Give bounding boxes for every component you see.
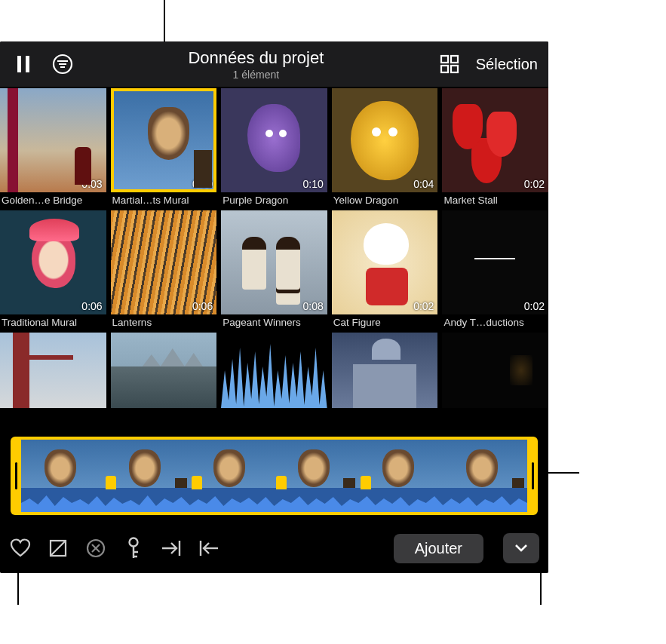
top-bar: Données du projet 1 élément Sélection bbox=[0, 41, 548, 87]
clip-thumbnail[interactable] bbox=[442, 333, 548, 408]
clip-label: Purple Dragon bbox=[221, 192, 327, 206]
svg-line-11 bbox=[51, 541, 66, 556]
svg-rect-6 bbox=[441, 56, 448, 63]
clip-label: Cat Figure bbox=[332, 314, 438, 328]
clip-item[interactable]: 0:10Purple Dragon bbox=[221, 88, 327, 206]
clip-label: Martial…ts Mural bbox=[111, 192, 217, 206]
clip-duration: 0:09 bbox=[192, 178, 213, 190]
pause-icon[interactable] bbox=[11, 51, 36, 77]
clip-item[interactable]: 0:09Martial…ts Mural bbox=[111, 88, 217, 206]
clip-thumbnail[interactable] bbox=[332, 333, 438, 408]
filmstrip bbox=[11, 437, 538, 515]
favorite-icon[interactable] bbox=[9, 537, 32, 560]
clip-duration: 0:02 bbox=[524, 300, 545, 312]
clip-thumbnail[interactable]: 0:08 bbox=[221, 210, 327, 314]
clip-label: Traditional Mural bbox=[0, 314, 106, 328]
trim-handle-left[interactable] bbox=[11, 437, 21, 515]
clip-duration: 0:02 bbox=[524, 178, 545, 190]
clip-item[interactable]: 0:06Traditional Mural bbox=[0, 210, 106, 328]
keyframe-marker[interactable] bbox=[106, 476, 116, 489]
clip-thumbnail[interactable]: 0:03 bbox=[0, 88, 106, 192]
filter-icon[interactable] bbox=[50, 51, 75, 77]
clip-thumbnail[interactable]: 0:06 bbox=[0, 210, 106, 314]
keyframe-marker[interactable] bbox=[276, 476, 287, 489]
keyword-icon[interactable] bbox=[122, 537, 145, 560]
keyframe-marker[interactable] bbox=[192, 476, 202, 489]
svg-rect-9 bbox=[451, 66, 458, 72]
clip-item[interactable] bbox=[221, 333, 327, 408]
audio-waveform bbox=[21, 488, 527, 512]
clip-item[interactable]: 0:06Lanterns bbox=[111, 210, 217, 328]
clip-item[interactable]: 0:02Andy T…ductions bbox=[442, 210, 548, 328]
reject-icon[interactable] bbox=[47, 537, 69, 560]
callout-line-bottom-right bbox=[540, 570, 542, 605]
clip-label: Market Stall bbox=[442, 192, 548, 206]
add-button[interactable]: Ajouter bbox=[394, 534, 483, 563]
clip-duration: 0:04 bbox=[413, 178, 434, 190]
bottom-toolbar: Ajouter bbox=[0, 524, 548, 572]
svg-rect-0 bbox=[17, 56, 21, 72]
svg-point-15 bbox=[130, 538, 138, 547]
callout-line-bottom-left bbox=[17, 570, 19, 605]
select-button[interactable]: Sélection bbox=[476, 56, 538, 73]
clip-label: Lanterns bbox=[111, 314, 217, 328]
project-title: Données du projet bbox=[75, 48, 437, 68]
media-grid: 0:03Golden…e Bridge0:09Martial…ts Mural0… bbox=[0, 88, 548, 408]
range-out-icon[interactable] bbox=[198, 537, 220, 560]
clip-item[interactable] bbox=[0, 333, 106, 408]
clip-item[interactable]: 0:02Market Stall bbox=[442, 88, 548, 206]
clip-duration: 0:10 bbox=[303, 178, 324, 190]
clip-thumbnail[interactable]: 0:04 bbox=[332, 88, 438, 192]
clear-icon[interactable] bbox=[84, 537, 107, 560]
clip-thumbnail[interactable]: 0:09 bbox=[111, 88, 217, 192]
add-options-button[interactable] bbox=[503, 533, 539, 563]
keyframe-marker[interactable] bbox=[361, 476, 371, 489]
app-window: Données du projet 1 élément Sélection 0:… bbox=[0, 41, 548, 573]
clip-label: Andy T…ductions bbox=[442, 314, 548, 328]
callout-line-top bbox=[164, 0, 165, 41]
clip-item[interactable]: 0:04Yellow Dragon bbox=[332, 88, 438, 206]
clip-duration: 0:08 bbox=[303, 300, 324, 312]
clip-item[interactable]: 0:08Pageant Winners bbox=[221, 210, 327, 328]
clip-thumbnail[interactable] bbox=[0, 333, 106, 408]
top-bar-left bbox=[11, 51, 75, 77]
top-bar-right: Sélection bbox=[437, 51, 538, 77]
clip-item[interactable]: 0:02Cat Figure bbox=[332, 210, 438, 328]
svg-rect-7 bbox=[451, 56, 458, 63]
trim-handle-right[interactable] bbox=[527, 437, 538, 515]
svg-rect-8 bbox=[441, 66, 448, 72]
range-in-icon[interactable] bbox=[160, 537, 183, 560]
clip-thumbnail[interactable]: 0:06 bbox=[111, 210, 217, 314]
clip-item[interactable] bbox=[111, 333, 217, 408]
clip-item[interactable] bbox=[442, 333, 548, 408]
project-subtitle: 1 élément bbox=[75, 69, 437, 81]
clip-duration: 0:03 bbox=[81, 178, 102, 190]
clip-label: Golden…e Bridge bbox=[0, 192, 106, 206]
clip-thumbnail[interactable]: 0:02 bbox=[442, 210, 548, 314]
svg-rect-1 bbox=[26, 56, 29, 72]
clip-thumbnail[interactable]: 0:02 bbox=[442, 88, 548, 192]
clip-item[interactable] bbox=[332, 333, 438, 408]
filmstrip-frames[interactable] bbox=[21, 437, 527, 515]
clip-duration: 0:06 bbox=[192, 300, 213, 312]
clip-thumbnail[interactable]: 0:02 bbox=[332, 210, 438, 314]
clip-item[interactable]: 0:03Golden…e Bridge bbox=[0, 88, 106, 206]
clip-thumbnail[interactable]: 0:10 bbox=[221, 88, 327, 192]
top-bar-center: Données du projet 1 élément bbox=[75, 48, 437, 81]
clip-thumbnail[interactable] bbox=[111, 333, 217, 408]
clip-label: Yellow Dragon bbox=[332, 192, 438, 206]
clip-duration: 0:06 bbox=[81, 300, 102, 312]
clip-thumbnail[interactable] bbox=[221, 333, 327, 408]
clip-label: Pageant Winners bbox=[221, 314, 327, 328]
grid-icon[interactable] bbox=[437, 51, 462, 77]
clip-duration: 0:02 bbox=[413, 300, 434, 312]
